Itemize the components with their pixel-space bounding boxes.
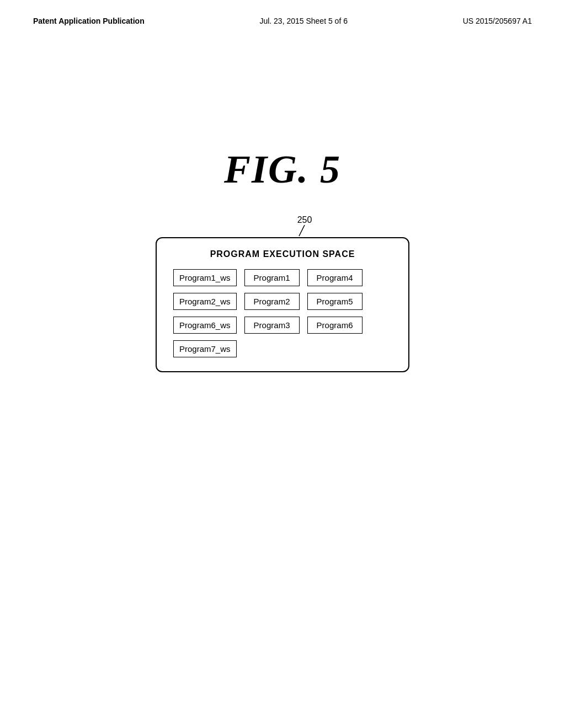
diagram-container: 250 PROGRAM EXECUTION SPACE Program1_ws … <box>0 215 565 372</box>
program-box-program2: Program2 <box>244 293 300 310</box>
program-row-2: Program2_ws Program2 Program5 <box>173 293 392 310</box>
svg-line-0 <box>299 225 305 236</box>
program-row-4: Program7_ws <box>173 340 392 357</box>
figure-title: FIG. 5 <box>0 147 565 192</box>
program-box-program2ws: Program2_ws <box>173 293 237 310</box>
program-grid: Program1_ws Program1 Program4 Program2_w… <box>173 269 392 357</box>
execution-space-box: PROGRAM EXECUTION SPACE Program1_ws Prog… <box>156 237 409 372</box>
program-box-program4: Program4 <box>307 269 363 286</box>
header-right: US 2015/205697 A1 <box>463 17 532 25</box>
program-box-program3: Program3 <box>244 317 300 334</box>
page-header: Patent Application Publication Jul. 23, … <box>0 0 565 25</box>
header-left: Patent Application Publication <box>33 17 145 25</box>
program-box-program7ws: Program7_ws <box>173 340 237 357</box>
program-box-program1: Program1 <box>244 269 300 286</box>
reference-arrow <box>296 225 313 237</box>
program-box-program6ws: Program6_ws <box>173 317 237 334</box>
program-box-program5: Program5 <box>307 293 363 310</box>
program-box-program1ws: Program1_ws <box>173 269 237 286</box>
program-box-program6: Program6 <box>307 317 363 334</box>
program-row-1: Program1_ws Program1 Program4 <box>173 269 392 286</box>
execution-space-title: PROGRAM EXECUTION SPACE <box>173 249 392 259</box>
header-center: Jul. 23, 2015 Sheet 5 of 6 <box>259 17 348 25</box>
reference-number: 250 <box>297 215 312 225</box>
program-row-3: Program6_ws Program3 Program6 <box>173 317 392 334</box>
